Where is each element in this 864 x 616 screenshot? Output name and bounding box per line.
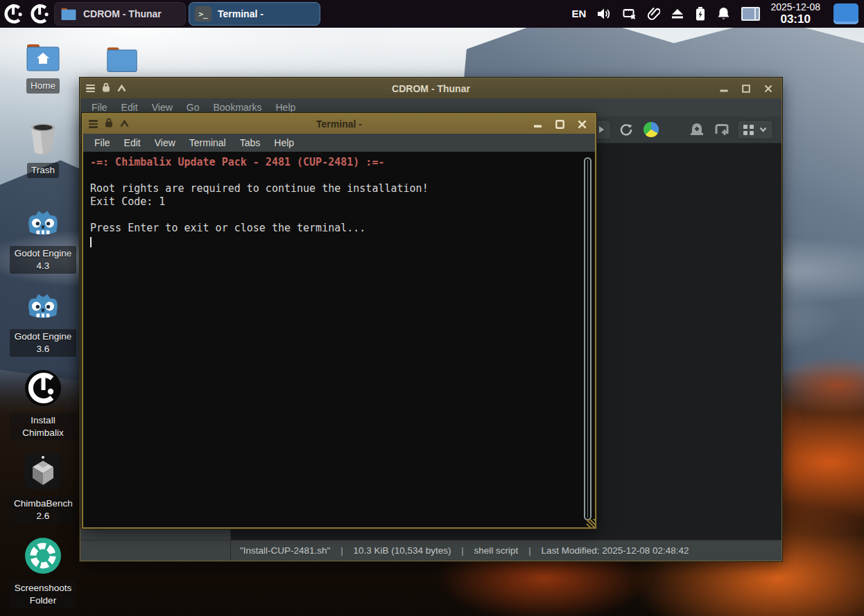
desktop-icon-godot-4-3[interactable]: Godot Engine 4.3 bbox=[10, 204, 76, 274]
lock-icon[interactable] bbox=[102, 82, 110, 95]
resize-grip[interactable] bbox=[587, 519, 596, 529]
window-menu-icon[interactable] bbox=[89, 120, 98, 128]
terminal-menubar: File Edit View Terminal Tabs Help bbox=[83, 134, 595, 152]
terminal-icon: >_ bbox=[195, 6, 211, 21]
desktop-icon-home[interactable]: Home bbox=[10, 36, 76, 94]
desktop-icon-label: Install Chimbalix bbox=[10, 413, 76, 441]
thunar-title: CDROM - Thunar bbox=[80, 83, 781, 94]
terminal-line: Root rights are required to continue the… bbox=[90, 182, 581, 195]
battery-icon[interactable] bbox=[695, 6, 706, 21]
terminal-line bbox=[90, 169, 581, 182]
volume-icon[interactable] bbox=[596, 7, 612, 21]
godot-icon bbox=[25, 204, 61, 240]
terminal-title: Terminal - bbox=[83, 118, 595, 130]
folder-icon bbox=[105, 37, 139, 73]
terminal-screen[interactable]: -=: Chimbalix Update Pack - 2481 (CUP-24… bbox=[83, 152, 595, 527]
close-button[interactable] bbox=[576, 118, 588, 130]
desktop-icon-label: Godot Engine 4.3 bbox=[10, 246, 76, 274]
menu-file[interactable]: File bbox=[85, 102, 114, 113]
menu-go[interactable]: Go bbox=[180, 102, 207, 113]
notifications-icon[interactable] bbox=[716, 6, 731, 21]
desktop-icon-folder[interactable] bbox=[89, 37, 155, 73]
network-offline-icon[interactable] bbox=[622, 7, 637, 21]
chimbalix-installer-icon bbox=[24, 371, 62, 407]
godot-icon bbox=[25, 287, 61, 323]
keyboard-layout-indicator[interactable]: EN bbox=[572, 8, 587, 19]
desktop-icon-label: Godot Engine 3.6 bbox=[10, 329, 76, 357]
minimize-button[interactable] bbox=[531, 118, 544, 130]
terminal-line: Press Enter to exit or close the termina… bbox=[90, 222, 581, 235]
maximize-button[interactable] bbox=[740, 83, 752, 94]
desktop-icon-godot-3-6[interactable]: Godot Engine 3.6 bbox=[10, 287, 76, 357]
menu-file[interactable]: File bbox=[87, 137, 117, 148]
close-button[interactable] bbox=[762, 83, 775, 94]
thunar-titlebar[interactable]: CDROM - Thunar bbox=[80, 78, 781, 98]
menu-tabs[interactable]: Tabs bbox=[233, 137, 268, 148]
desktop-icon-label: Screenshoots Folder bbox=[10, 581, 76, 608]
menu-edit[interactable]: Edit bbox=[114, 102, 145, 113]
clock[interactable]: 2025-12-08 03:10 bbox=[770, 2, 820, 26]
menu-view[interactable]: View bbox=[148, 137, 182, 148]
grid-view-icon bbox=[743, 125, 754, 135]
status-filetype: shell script bbox=[474, 545, 519, 556]
view-toggle-button[interactable] bbox=[737, 120, 773, 139]
up-arrow-icon[interactable] bbox=[117, 82, 126, 95]
reload-button[interactable] bbox=[616, 120, 636, 139]
task-label: Terminal - bbox=[218, 8, 263, 19]
desktop-icon-install-chimbalix[interactable]: Install Chimbalix bbox=[10, 371, 76, 441]
status-filename: "Install-CUP-2481.sh" bbox=[240, 545, 330, 556]
desktop-icon-chimbabench[interactable]: ChimbaBench 2.6 bbox=[10, 454, 76, 524]
attachment-icon[interactable] bbox=[648, 6, 660, 21]
taskbar-button-thunar[interactable]: CDROM - Thunar bbox=[54, 2, 186, 26]
terminal-line: -=: Chimbalix Update Pack - 2481 (CUP-24… bbox=[90, 156, 581, 169]
menu-view[interactable]: View bbox=[145, 102, 180, 113]
status-filesize: 10.3 KiB (10,534 bytes) bbox=[353, 545, 451, 556]
add-shortcut-button[interactable] bbox=[687, 120, 707, 139]
panel-date: 2025-12-08 bbox=[770, 2, 820, 13]
folder-icon bbox=[60, 7, 77, 21]
chimbalix-logo-icon bbox=[2, 3, 24, 25]
show-desktop-button[interactable] bbox=[833, 3, 858, 24]
menu-help[interactable]: Help bbox=[269, 102, 303, 113]
new-tab-button[interactable] bbox=[712, 120, 732, 139]
terminal-cursor-line bbox=[90, 235, 581, 248]
panel-time: 03:10 bbox=[770, 12, 820, 26]
menu-edit[interactable]: Edit bbox=[117, 137, 148, 148]
maximize-button[interactable] bbox=[553, 118, 566, 130]
lock-icon[interactable] bbox=[105, 118, 113, 130]
menu-bookmarks[interactable]: Bookmarks bbox=[206, 102, 268, 113]
terminal-scrollbar[interactable] bbox=[584, 157, 591, 520]
terminal-titlebar[interactable]: Terminal - bbox=[83, 114, 595, 134]
disk-usage-pie-icon[interactable] bbox=[641, 120, 661, 139]
desktop-icon-screenshoots-folder[interactable]: Screenshoots Folder bbox=[10, 538, 76, 608]
task-label: CDROM - Thunar bbox=[83, 8, 162, 19]
menu-help[interactable]: Help bbox=[267, 137, 301, 148]
pane-divider bbox=[230, 529, 231, 561]
chimbalix-menu-button[interactable] bbox=[0, 1, 26, 27]
minimize-button[interactable] bbox=[718, 83, 730, 94]
chimbalix-logo-icon bbox=[28, 3, 51, 25]
up-arrow-icon[interactable] bbox=[120, 118, 129, 130]
thunar-statusbar: "Install-CUP-2481.sh" | 10.3 KiB (10,534… bbox=[80, 540, 781, 561]
workspace-pager[interactable] bbox=[741, 7, 760, 21]
screenshots-folder-icon bbox=[24, 538, 62, 574]
system-tray: EN 2025-12-08 03:10 bbox=[572, 2, 864, 26]
desktop-icon-label: Home bbox=[26, 78, 60, 94]
window-menu-icon[interactable] bbox=[86, 85, 95, 93]
menu-terminal[interactable]: Terminal bbox=[182, 137, 233, 148]
terminal-window: Terminal - File Edit View Terminal Tabs … bbox=[82, 113, 596, 529]
trash-icon bbox=[26, 121, 60, 157]
desktop-icon-label: Trash bbox=[27, 163, 59, 178]
desktop-icon-trash[interactable]: Trash bbox=[10, 121, 76, 178]
terminal-line: Exit Code: 1 bbox=[90, 195, 581, 209]
chimbabench-icon bbox=[24, 454, 62, 490]
chimbalix-menu-button[interactable] bbox=[26, 1, 53, 27]
chevron-down-icon bbox=[759, 127, 767, 132]
taskbar-button-terminal[interactable]: >_ Terminal - bbox=[189, 2, 320, 26]
desktop-icon-label: ChimbaBench 2.6 bbox=[10, 496, 76, 524]
top-panel: CDROM - Thunar >_ Terminal - EN 2025-12-… bbox=[0, 0, 864, 28]
eject-icon[interactable] bbox=[671, 8, 684, 20]
thunar-side-pane bbox=[80, 528, 230, 540]
status-modified: Last Modified: 2025-12-08 02:48:42 bbox=[541, 545, 689, 556]
home-folder-icon bbox=[25, 36, 61, 72]
